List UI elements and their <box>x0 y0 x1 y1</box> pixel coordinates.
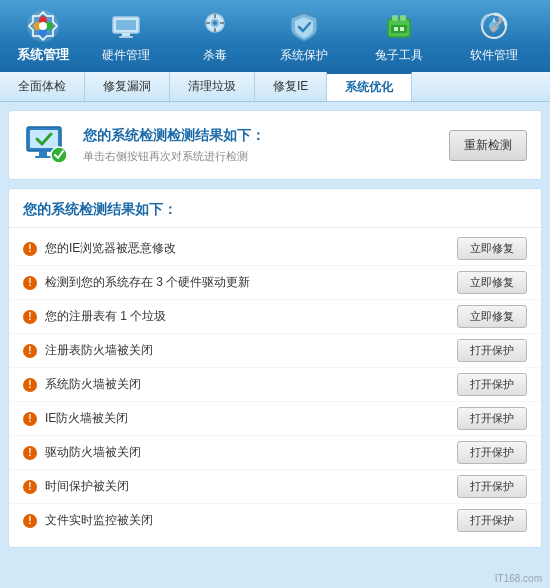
tab-full-check[interactable]: 全面体检 <box>0 72 85 101</box>
action-button-8[interactable]: 打开保护 <box>457 509 527 532</box>
top-nav-bar: 系统管理 硬件管理 <box>0 0 550 72</box>
result-row: !您的注册表有 1 个垃圾立即修复 <box>9 300 541 334</box>
result-row-left: !时间保护被关闭 <box>23 478 129 495</box>
result-row-left: !驱动防火墙被关闭 <box>23 444 141 461</box>
result-text: IE防火墙被关闭 <box>45 410 128 427</box>
summary-text: 您的系统检测检测结果如下： 单击右侧按钮再次对系统进行检测 <box>83 127 265 164</box>
summary-left: 您的系统检测检测结果如下： 单击右侧按钮再次对系统进行检测 <box>23 121 265 169</box>
result-row: !检测到您的系统存在 3 个硬件驱动更新立即修复 <box>9 266 541 300</box>
tools-icon <box>381 8 417 44</box>
svg-rect-18 <box>392 15 398 21</box>
warning-icon: ! <box>23 344 37 358</box>
svg-rect-19 <box>400 15 406 21</box>
nav-item-tools[interactable]: 兔子工具 <box>365 4 433 68</box>
warning-icon: ! <box>23 446 37 460</box>
app-logo: 系统管理 <box>8 8 78 64</box>
svg-rect-8 <box>122 33 130 36</box>
action-button-1[interactable]: 立即修复 <box>457 271 527 294</box>
action-button-2[interactable]: 立即修复 <box>457 305 527 328</box>
tab-repair[interactable]: 修复漏洞 <box>85 72 170 101</box>
action-button-6[interactable]: 打开保护 <box>457 441 527 464</box>
nav-item-hardware[interactable]: 硬件管理 <box>92 4 160 68</box>
software-icon <box>476 8 512 44</box>
result-row-left: !文件实时监控被关闭 <box>23 512 153 529</box>
nav-label-kill: 杀毒 <box>203 47 227 64</box>
result-row-left: !您的IE浏览器被恶意修改 <box>23 240 176 257</box>
svg-rect-22 <box>400 27 404 31</box>
nav-label-protect: 系统保护 <box>280 47 328 64</box>
kill-icon <box>197 8 233 44</box>
result-text: 注册表防火墙被关闭 <box>45 342 153 359</box>
action-button-5[interactable]: 打开保护 <box>457 407 527 430</box>
tab-bar: 全面体检 修复漏洞 清理垃圾 修复IE 系统优化 <box>0 72 550 102</box>
warning-icon: ! <box>23 378 37 392</box>
summary-subtitle: 单击右侧按钮再次对系统进行检测 <box>83 149 265 164</box>
result-row: !系统防火墙被关闭打开保护 <box>9 368 541 402</box>
logo-icon <box>25 8 61 44</box>
result-text: 文件实时监控被关闭 <box>45 512 153 529</box>
result-row: !文件实时监控被关闭打开保护 <box>9 504 541 537</box>
tab-clean[interactable]: 清理垃圾 <box>170 72 255 101</box>
warning-icon: ! <box>23 514 37 528</box>
nav-label-software: 软件管理 <box>470 47 518 64</box>
result-row: !注册表防火墙被关闭打开保护 <box>9 334 541 368</box>
result-row: !驱动防火墙被关闭打开保护 <box>9 436 541 470</box>
tab-fix-ie[interactable]: 修复IE <box>255 72 327 101</box>
results-list: !您的IE浏览器被恶意修改立即修复!检测到您的系统存在 3 个硬件驱动更新立即修… <box>9 232 541 537</box>
warning-icon: ! <box>23 412 37 426</box>
nav-item-kill[interactable]: 杀毒 <box>187 4 243 68</box>
result-row: !您的IE浏览器被恶意修改立即修复 <box>9 232 541 266</box>
warning-icon: ! <box>23 310 37 324</box>
svg-rect-28 <box>39 151 47 156</box>
results-title: 您的系统检测结果如下： <box>9 199 541 228</box>
svg-rect-20 <box>391 25 407 33</box>
result-row-left: !注册表防火墙被关闭 <box>23 342 153 359</box>
hardware-icon <box>108 8 144 44</box>
summary-title: 您的系统检测检测结果如下： <box>83 127 265 145</box>
nav-label-tools: 兔子工具 <box>375 47 423 64</box>
svg-point-16 <box>213 21 217 25</box>
recheck-button[interactable]: 重新检测 <box>449 130 527 161</box>
warning-icon: ! <box>23 276 37 290</box>
result-text: 驱动防火墙被关闭 <box>45 444 141 461</box>
action-button-4[interactable]: 打开保护 <box>457 373 527 396</box>
svg-rect-9 <box>119 36 133 38</box>
nav-items: 硬件管理 杀毒 <box>78 4 542 68</box>
result-row-left: !IE防火墙被关闭 <box>23 410 128 427</box>
result-row-left: !您的注册表有 1 个垃圾 <box>23 308 166 325</box>
result-text: 您的IE浏览器被恶意修改 <box>45 240 176 257</box>
result-text: 系统防火墙被关闭 <box>45 376 141 393</box>
svg-rect-27 <box>30 130 58 148</box>
monitor-icon <box>23 121 71 169</box>
svg-rect-29 <box>35 156 51 158</box>
results-section: 您的系统检测结果如下： !您的IE浏览器被恶意修改立即修复!检测到您的系统存在 … <box>8 188 542 548</box>
result-text: 时间保护被关闭 <box>45 478 129 495</box>
svg-rect-21 <box>394 27 398 31</box>
nav-item-software[interactable]: 软件管理 <box>460 4 528 68</box>
nav-item-protect[interactable]: 系统保护 <box>270 4 338 68</box>
result-row: !IE防火墙被关闭打开保护 <box>9 402 541 436</box>
result-row: !时间保护被关闭打开保护 <box>9 470 541 504</box>
warning-icon: ! <box>23 480 37 494</box>
result-text: 您的注册表有 1 个垃圾 <box>45 308 166 325</box>
app-title: 系统管理 <box>17 46 69 64</box>
svg-rect-7 <box>116 20 136 30</box>
action-button-0[interactable]: 立即修复 <box>457 237 527 260</box>
action-button-3[interactable]: 打开保护 <box>457 339 527 362</box>
result-row-left: !系统防火墙被关闭 <box>23 376 141 393</box>
watermark: IT168.com <box>495 573 542 584</box>
nav-label-hardware: 硬件管理 <box>102 47 150 64</box>
result-text: 检测到您的系统存在 3 个硬件驱动更新 <box>45 274 250 291</box>
summary-section: 您的系统检测检测结果如下： 单击右侧按钮再次对系统进行检测 重新检测 <box>8 110 542 180</box>
warning-icon: ! <box>23 242 37 256</box>
protect-icon <box>286 8 322 44</box>
tab-optimize[interactable]: 系统优化 <box>327 72 412 101</box>
svg-point-5 <box>39 22 47 30</box>
action-button-7[interactable]: 打开保护 <box>457 475 527 498</box>
result-row-left: !检测到您的系统存在 3 个硬件驱动更新 <box>23 274 250 291</box>
